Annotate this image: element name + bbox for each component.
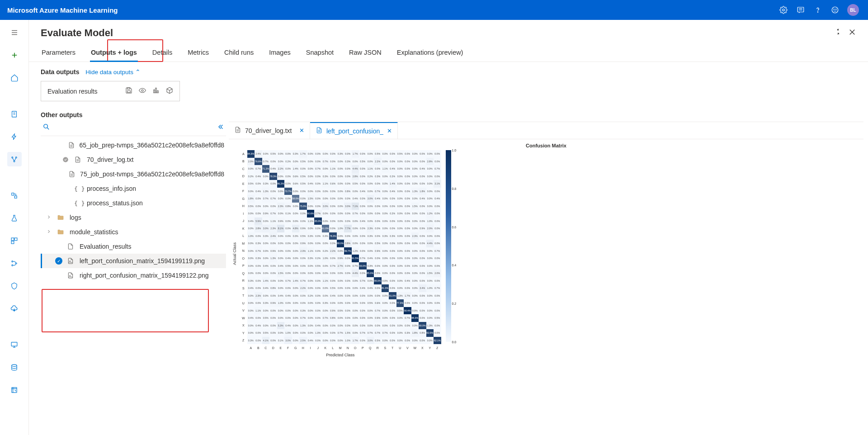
tree-row-label: right_port_confusion_matrix_1594199122.p…: [80, 272, 209, 279]
tab-explanations-preview-[interactable]: Explanations (preview): [396, 46, 464, 61]
tree-row[interactable]: 70_driver_log.txt: [41, 152, 226, 167]
svg-point-50: [70, 275, 71, 276]
close-icon[interactable]: [848, 28, 856, 38]
other-outputs-label: Other outputs: [41, 111, 226, 118]
tab-details[interactable]: Details: [151, 46, 173, 61]
tree-row-label: 70_driver_log.txt: [87, 156, 134, 163]
highlight-box: [42, 289, 209, 332]
app-title: Microsoft Azure Machine Learning: [7, 6, 778, 14]
json-icon: { }: [74, 185, 82, 192]
tab-outputs-logs[interactable]: Outputs + logs: [90, 46, 138, 61]
tab-metrics[interactable]: Metrics: [187, 46, 210, 61]
datastores-icon[interactable]: [7, 360, 22, 374]
svg-point-17: [15, 156, 17, 158]
chevron-up-icon: ⌃: [135, 69, 141, 76]
tree-row[interactable]: ✓left_port_confusion_matrix_1594199119.p…: [41, 254, 226, 268]
tab-raw-json[interactable]: Raw JSON: [348, 46, 382, 61]
folder-icon: [57, 228, 65, 236]
tree-row-label: process_status.json: [87, 199, 143, 207]
help-icon[interactable]: [813, 5, 823, 15]
check-icon: ✓: [55, 257, 62, 265]
smile-icon[interactable]: [830, 5, 840, 15]
left-rail: [0, 20, 29, 435]
svg-point-36: [142, 90, 143, 91]
chevron-right-icon: [46, 228, 52, 236]
tree-row[interactable]: right_port_confusion_matrix_1594199122.p…: [41, 268, 226, 283]
compute-icon[interactable]: [7, 337, 22, 352]
minimize-icon[interactable]: [835, 28, 842, 38]
svg-rect-38: [156, 88, 157, 93]
tree-row[interactable]: 75_job_post-tvmps_366a5021c2e008efc9a8ef…: [41, 167, 226, 181]
modules-icon[interactable]: [7, 233, 22, 248]
tree-row[interactable]: Evaluation_results: [41, 239, 226, 254]
tree-row-label: left_port_confusion_matrix_1594199119.pn…: [80, 257, 205, 265]
tab-child-runs[interactable]: Child runs: [223, 46, 255, 61]
collapse-icon[interactable]: [217, 123, 224, 132]
preview-pane: 70_driver_log.txt✕left_port_confusion_✕ …: [229, 122, 863, 435]
image-icon: [67, 257, 75, 265]
outputs-column: Data outputs Hide data outputs⌃ Evaluati…: [41, 68, 226, 435]
svg-rect-31: [12, 387, 17, 392]
preview-icon[interactable]: [139, 87, 146, 95]
svg-point-4: [817, 12, 818, 12]
save-icon[interactable]: [125, 87, 132, 95]
svg-rect-22: [14, 238, 17, 241]
svg-rect-27: [11, 342, 17, 346]
folder-icon: [57, 214, 65, 221]
file-tab-label: left_port_confusion_: [326, 128, 383, 135]
tree-row[interactable]: module_statistics: [41, 225, 226, 239]
feedback-icon[interactable]: [796, 5, 806, 15]
svg-point-30: [12, 364, 17, 366]
pipelines-icon[interactable]: [7, 256, 22, 270]
designer-icon[interactable]: [7, 152, 22, 166]
tab-snapshot[interactable]: Snapshot: [305, 46, 335, 61]
avatar[interactable]: BL: [847, 4, 859, 16]
notebooks-icon[interactable]: [7, 107, 22, 121]
experiments-icon[interactable]: [7, 211, 22, 225]
close-icon[interactable]: ✕: [299, 127, 304, 134]
y-axis-label: Actual Class: [232, 242, 237, 265]
svg-point-44: [63, 157, 68, 162]
home-icon[interactable]: [7, 71, 22, 85]
labeling-icon[interactable]: [7, 383, 22, 397]
tree-row[interactable]: { }process_info.json: [41, 181, 226, 196]
file-icon: [74, 156, 82, 163]
tree-row[interactable]: { }process_status.json: [41, 196, 226, 210]
search-icon[interactable]: [42, 123, 50, 132]
svg-point-7: [836, 9, 836, 9]
hide-data-outputs-link[interactable]: Hide data outputs⌃: [85, 69, 141, 76]
datasets-icon[interactable]: [7, 188, 22, 203]
models-icon[interactable]: [7, 279, 22, 293]
tree-row[interactable]: logs: [41, 210, 226, 225]
file-tab[interactable]: left_port_confusion_✕: [310, 122, 398, 139]
file-tab[interactable]: 70_driver_log.txt✕: [229, 122, 310, 139]
tree-row-label: 65_job_prep-tvmps_366a5021c2e008efc9a8ef…: [80, 142, 224, 149]
file-icon: [68, 170, 75, 178]
data-outputs-label: Data outputs: [41, 68, 80, 76]
settings-icon[interactable]: [778, 5, 788, 15]
main-panel: Evaluate Model ParametersOutputs + logsD…: [29, 20, 868, 435]
tree-row-label: Evaluation_results: [80, 243, 131, 250]
image-icon: [67, 272, 75, 279]
svg-rect-39: [157, 91, 159, 93]
close-icon[interactable]: ✕: [387, 128, 392, 134]
automl-icon[interactable]: [7, 129, 22, 144]
colorbar: 0.00.20.40.60.81.0: [446, 150, 451, 342]
file-icon: [68, 142, 75, 149]
tree-row-label: module_statistics: [70, 228, 118, 236]
svg-rect-34: [127, 91, 131, 93]
tab-parameters[interactable]: Parameters: [41, 46, 76, 61]
add-icon[interactable]: [7, 48, 22, 62]
svg-point-24: [12, 260, 13, 262]
svg-point-6: [834, 9, 834, 9]
endpoints-icon[interactable]: [7, 301, 22, 316]
file-icon: [316, 127, 323, 135]
histogram-icon[interactable]: [152, 87, 160, 95]
cube-icon[interactable]: [166, 87, 173, 95]
tree-row[interactable]: 65_job_prep-tvmps_366a5021c2e008efc9a8ef…: [41, 138, 226, 152]
hamburger-icon[interactable]: [7, 25, 22, 40]
svg-point-49: [70, 261, 71, 262]
tab-images[interactable]: Images: [268, 46, 292, 61]
tree-row-label: logs: [70, 214, 81, 221]
eval-results-label: Evaluation results: [47, 88, 98, 95]
